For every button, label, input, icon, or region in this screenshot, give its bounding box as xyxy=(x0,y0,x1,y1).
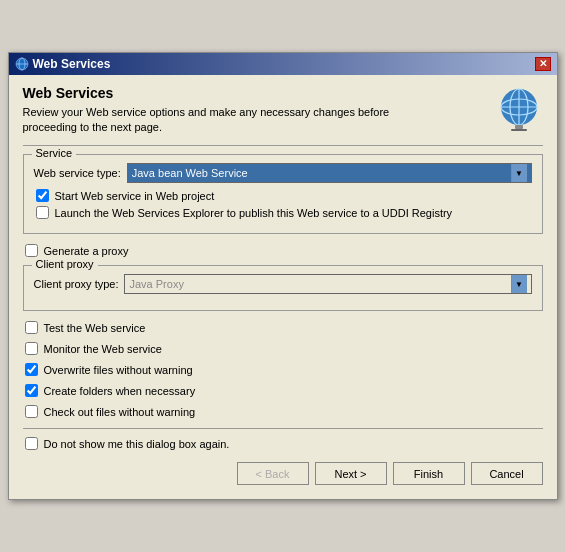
generate-proxy-checkbox[interactable] xyxy=(25,244,38,257)
start-web-service-label: Start Web service in Web project xyxy=(55,190,215,202)
client-proxy-group-box: Client proxy Client proxy type: Java Pro… xyxy=(23,265,543,311)
page-description: Review your Web service options and make… xyxy=(23,105,443,136)
header-separator xyxy=(23,145,543,146)
dialog-content: Web Services Review your Web service opt… xyxy=(9,75,557,500)
overwrite-files-row: Overwrite files without warning xyxy=(23,363,543,376)
launch-explorer-row: Launch the Web Services Explorer to publ… xyxy=(34,206,532,219)
launch-explorer-label: Launch the Web Services Explorer to publ… xyxy=(55,207,453,219)
overwrite-files-label: Overwrite files without warning xyxy=(44,364,193,376)
client-proxy-type-row: Client proxy type: Java Proxy ▼ xyxy=(34,274,532,294)
web-service-type-dropdown[interactable]: Java bean Web Service ▼ xyxy=(127,163,532,183)
header-text: Web Services Review your Web service opt… xyxy=(23,85,443,136)
check-out-files-row: Check out files without warning xyxy=(23,405,543,418)
generate-proxy-label: Generate a proxy xyxy=(44,245,129,257)
client-proxy-group-title: Client proxy xyxy=(32,258,98,270)
dropdown-arrow-icon[interactable]: ▼ xyxy=(511,164,527,182)
svg-rect-8 xyxy=(515,125,523,129)
test-web-service-label: Test the Web service xyxy=(44,322,146,334)
web-service-type-row: Web service type: Java bean Web Service … xyxy=(34,163,532,183)
generate-proxy-row: Generate a proxy xyxy=(23,244,543,257)
close-button[interactable]: ✕ xyxy=(535,57,551,71)
launch-explorer-checkbox[interactable] xyxy=(36,206,49,219)
back-button[interactable]: < Back xyxy=(237,462,309,485)
create-folders-label: Create folders when necessary xyxy=(44,385,196,397)
check-out-files-label: Check out files without warning xyxy=(44,406,196,418)
test-web-service-row: Test the Web service xyxy=(23,321,543,334)
do-not-show-label: Do not show me this dialog box again. xyxy=(44,438,230,450)
button-bar: < Back Next > Finish Cancel xyxy=(23,458,543,489)
monitor-web-service-checkbox[interactable] xyxy=(25,342,38,355)
next-button[interactable]: Next > xyxy=(315,462,387,485)
create-folders-row: Create folders when necessary xyxy=(23,384,543,397)
client-proxy-dropdown-arrow-icon[interactable]: ▼ xyxy=(511,275,527,293)
svg-rect-9 xyxy=(511,129,527,131)
cancel-button[interactable]: Cancel xyxy=(471,462,543,485)
do-not-show-checkbox[interactable] xyxy=(25,437,38,450)
monitor-web-service-row: Monitor the Web service xyxy=(23,342,543,355)
service-group-box: Service Web service type: Java bean Web … xyxy=(23,154,543,234)
window-icon xyxy=(15,57,29,71)
bottom-separator xyxy=(23,428,543,429)
client-proxy-type-dropdown[interactable]: Java Proxy ▼ xyxy=(124,274,531,294)
client-proxy-type-label: Client proxy type: xyxy=(34,278,119,290)
start-web-service-row: Start Web service in Web project xyxy=(34,189,532,202)
main-window: Web Services ✕ Web Services Review your … xyxy=(8,52,558,501)
monitor-web-service-label: Monitor the Web service xyxy=(44,343,162,355)
do-not-show-row: Do not show me this dialog box again. xyxy=(23,437,543,450)
header-globe-icon xyxy=(495,85,543,133)
finish-button[interactable]: Finish xyxy=(393,462,465,485)
overwrite-files-checkbox[interactable] xyxy=(25,363,38,376)
web-service-type-label: Web service type: xyxy=(34,167,121,179)
create-folders-checkbox[interactable] xyxy=(25,384,38,397)
web-service-type-value: Java bean Web Service xyxy=(132,167,248,179)
title-bar-label: Web Services xyxy=(33,57,111,71)
page-title: Web Services xyxy=(23,85,443,101)
header-section: Web Services Review your Web service opt… xyxy=(23,85,543,136)
check-out-files-checkbox[interactable] xyxy=(25,405,38,418)
title-bar-left: Web Services xyxy=(15,57,111,71)
client-proxy-type-value: Java Proxy xyxy=(129,278,183,290)
service-group-title: Service xyxy=(32,147,77,159)
title-bar: Web Services ✕ xyxy=(9,53,557,75)
start-web-service-checkbox[interactable] xyxy=(36,189,49,202)
test-web-service-checkbox[interactable] xyxy=(25,321,38,334)
